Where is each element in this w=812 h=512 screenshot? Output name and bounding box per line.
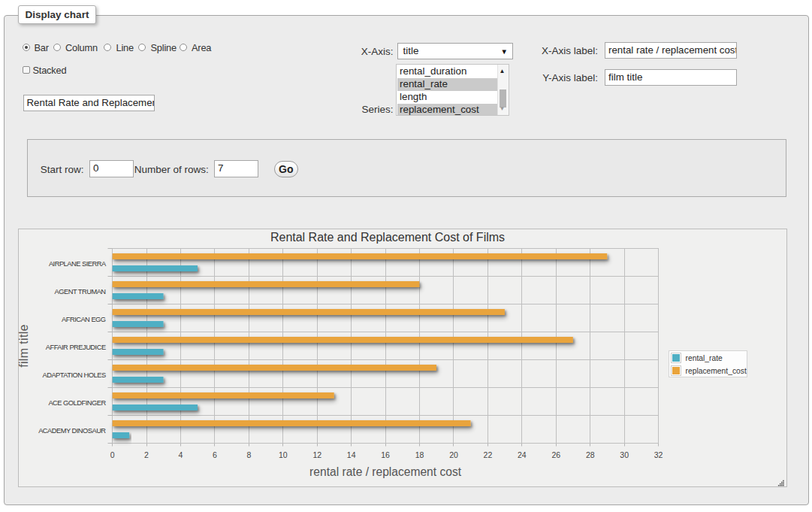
svg-text:14: 14 bbox=[347, 450, 356, 459]
svg-text:24: 24 bbox=[518, 450, 527, 459]
svg-text:16: 16 bbox=[381, 450, 390, 459]
svg-text:4: 4 bbox=[179, 450, 183, 459]
svg-text:10: 10 bbox=[279, 450, 288, 459]
svg-text:20: 20 bbox=[449, 450, 458, 459]
svg-text:32: 32 bbox=[654, 450, 663, 459]
svg-text:30: 30 bbox=[620, 450, 629, 459]
svg-text:6: 6 bbox=[213, 450, 217, 459]
svg-text:26: 26 bbox=[551, 450, 560, 459]
svg-text:18: 18 bbox=[415, 450, 424, 459]
svg-text:0: 0 bbox=[110, 450, 115, 459]
svg-text:AFRICAN EGG: AFRICAN EGG bbox=[62, 316, 106, 323]
svg-text:ADAPTATION HOLES: ADAPTATION HOLES bbox=[42, 371, 105, 379]
svg-text:rental_rate: rental_rate bbox=[686, 354, 723, 362]
svg-text:replacement_cost: replacement_cost bbox=[686, 367, 747, 375]
svg-text:AIRPLANE SIERRA: AIRPLANE SIERRA bbox=[49, 260, 107, 268]
svg-text:AGENT TRUMAN: AGENT TRUMAN bbox=[55, 288, 106, 295]
svg-text:ACE GOLDFINGER: ACE GOLDFINGER bbox=[48, 399, 106, 407]
svg-text:film title: film title bbox=[18, 324, 30, 368]
svg-text:ACADEMY DINOSAUR: ACADEMY DINOSAUR bbox=[38, 427, 106, 435]
svg-text:Rental Rate and Replacement Co: Rental Rate and Replacement Cost of Film… bbox=[270, 231, 505, 244]
svg-text:rental rate / replacement cost: rental rate / replacement cost bbox=[309, 465, 462, 478]
svg-text:8: 8 bbox=[246, 450, 251, 459]
svg-text:12: 12 bbox=[312, 450, 321, 459]
svg-text:2: 2 bbox=[144, 450, 149, 459]
svg-text:AFFAIR PREJUDICE: AFFAIR PREJUDICE bbox=[46, 344, 106, 351]
svg-text:28: 28 bbox=[586, 450, 595, 459]
svg-text:22: 22 bbox=[484, 450, 493, 459]
